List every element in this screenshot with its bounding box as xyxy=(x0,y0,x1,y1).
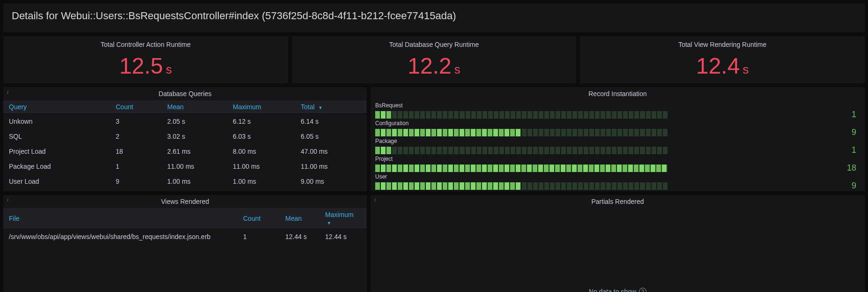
stat-number: 12.4 xyxy=(696,53,740,79)
panel-title: Partials Rendered xyxy=(371,195,865,208)
record-row: Configuration9 xyxy=(375,120,856,137)
col-query[interactable]: Query xyxy=(3,100,110,114)
record-value: 9 xyxy=(838,181,856,191)
record-label: Configuration xyxy=(375,120,856,127)
col-mean[interactable]: Mean xyxy=(162,100,227,114)
cell-total: 6.14 s xyxy=(295,114,367,129)
col-max-label: Maximum xyxy=(325,211,354,218)
record-bar-line: 9 xyxy=(375,127,856,137)
table-row[interactable]: User Load91.00 ms1.00 ms9.00 ms xyxy=(3,174,367,189)
stat-label: Total View Rendering Runtime xyxy=(580,41,865,48)
cell-mean: 11.00 ms xyxy=(162,159,227,174)
cell-count: 9 xyxy=(110,189,162,191)
cell-max: 6.12 s xyxy=(227,114,295,129)
col-maximum[interactable]: Maximum ▼ xyxy=(319,208,367,229)
record-bars: BsRequest1Configuration9Package1Project1… xyxy=(371,100,865,193)
cell-total: 47.00 ms xyxy=(295,144,367,159)
cell-count: 2 xyxy=(110,129,162,144)
col-maximum[interactable]: Maximum xyxy=(227,100,295,114)
col-mean[interactable]: Mean xyxy=(280,208,319,229)
col-total[interactable]: Total ▼ xyxy=(295,100,367,114)
cell-mean: 3.02 s xyxy=(162,129,227,144)
table-row[interactable]: Unkown32.05 s6.12 s6.14 s xyxy=(3,114,367,129)
cell-query: SQL xyxy=(3,129,110,144)
cell-count: 1 xyxy=(237,229,280,245)
record-label: BsRequest xyxy=(375,102,856,109)
db-queries-table: Query Count Mean Maximum Total ▼ Unkown3… xyxy=(3,100,367,191)
col-count[interactable]: Count xyxy=(237,208,280,229)
table-row[interactable]: /srv/www/obs/api/app/views/webui/shared/… xyxy=(3,229,367,245)
record-bar-line: 1 xyxy=(375,110,856,120)
panel-title: Database Queries xyxy=(3,87,367,100)
no-data-message: No data to show ? xyxy=(371,208,865,292)
title-panel: Details for Webui::Users::BsRequestsCont… xyxy=(3,3,865,33)
record-bar-track xyxy=(375,147,668,154)
stat-db-runtime: Total Database Query Runtime 12.2 s xyxy=(291,36,577,84)
stat-view-runtime: Total View Rendering Runtime 12.4 s xyxy=(579,36,865,84)
db-queries-panel: i Database Queries Query Count Mean Maxi… xyxy=(3,87,367,192)
stat-unit: s xyxy=(166,62,172,77)
partials-rendered-panel: i Partials Rendered No data to show ? xyxy=(370,195,865,292)
cell-max: 6.03 s xyxy=(227,129,295,144)
views-rendered-panel: i Views Rendered File Count Mean Maximum… xyxy=(3,195,367,292)
col-count[interactable]: Count xyxy=(110,100,162,114)
mid-row: i Database Queries Query Count Mean Maxi… xyxy=(3,87,865,192)
record-row: Package1 xyxy=(375,138,856,155)
cell-mean: 2.61 ms xyxy=(162,144,227,159)
stat-value: 12.4 s xyxy=(580,53,865,79)
col-file[interactable]: File xyxy=(3,208,237,229)
stat-unit: s xyxy=(742,62,749,77)
info-icon[interactable]: i xyxy=(374,197,376,202)
stat-row: Total Controller Action Runtime 12.5 s T… xyxy=(3,36,865,84)
help-icon[interactable]: ? xyxy=(639,288,646,292)
stat-controller-runtime: Total Controller Action Runtime 12.5 s xyxy=(3,36,289,84)
table-row[interactable]: SQL23.02 s6.03 s6.05 s xyxy=(3,129,367,144)
sort-desc-icon: ▼ xyxy=(318,105,322,110)
record-label: User xyxy=(375,173,856,180)
cell-query: Project Load xyxy=(3,144,110,159)
stat-number: 12.5 xyxy=(119,53,163,79)
cell-total: 6.05 s xyxy=(295,129,367,144)
record-label: Project xyxy=(375,156,856,162)
cell-query: Package Load xyxy=(3,159,110,174)
info-icon[interactable]: i xyxy=(7,197,8,202)
info-icon[interactable]: i xyxy=(7,89,8,95)
page-title: Details for Webui::Users::BsRequestsCont… xyxy=(12,10,856,22)
panel-title: Record Instantiation xyxy=(371,87,865,100)
record-instantiation-panel: Record Instantiation BsRequest1Configura… xyxy=(370,87,865,192)
cell-max: 11.00 ms xyxy=(227,159,295,174)
cell-max: 8.00 ms xyxy=(227,144,295,159)
record-value: 9 xyxy=(838,127,856,137)
panel-title: Views Rendered xyxy=(3,195,367,208)
record-value: 18 xyxy=(838,163,856,173)
stat-unit: s xyxy=(454,62,460,77)
dashboard-page: Details for Webui::Users::BsRequestsCont… xyxy=(0,0,868,292)
bottom-row: i Views Rendered File Count Mean Maximum… xyxy=(3,195,865,292)
cell-total: 9.00 ms xyxy=(295,189,367,191)
cell-total: 9.00 ms xyxy=(295,174,367,189)
record-row: User9 xyxy=(375,173,856,191)
views-rendered-table: File Count Mean Maximum ▼ /srv/www/obs/a… xyxy=(3,208,367,244)
sort-desc-icon: ▼ xyxy=(327,221,331,225)
stat-number: 12.2 xyxy=(408,53,451,79)
record-bar-line: 1 xyxy=(375,145,856,155)
no-data-text: No data to show xyxy=(589,288,636,292)
cell-count: 9 xyxy=(110,174,162,189)
record-bar-track xyxy=(375,165,668,172)
cell-mean: 12.44 s xyxy=(280,229,319,245)
table-row[interactable]: Configuration Load91.00 ms1.00 ms9.00 ms xyxy=(3,189,367,191)
cell-mean: 1.00 ms xyxy=(162,189,227,191)
record-value: 1 xyxy=(838,110,856,120)
cell-file: /srv/www/obs/api/app/views/webui/shared/… xyxy=(3,229,237,245)
db-table-scroll[interactable]: Query Count Mean Maximum Total ▼ Unkown3… xyxy=(3,100,367,191)
record-bar-track xyxy=(375,111,668,119)
stat-label: Total Controller Action Runtime xyxy=(3,41,288,48)
record-label: Package xyxy=(375,138,856,144)
record-bar-track xyxy=(375,129,668,136)
table-row[interactable]: Project Load182.61 ms8.00 ms47.00 ms xyxy=(3,144,367,159)
cell-max: 1.00 ms xyxy=(227,174,295,189)
record-bar-line: 18 xyxy=(375,163,856,173)
table-row[interactable]: Package Load111.00 ms11.00 ms11.00 ms xyxy=(3,159,367,174)
cell-count: 18 xyxy=(110,144,162,159)
cell-query: User Load xyxy=(3,174,110,189)
